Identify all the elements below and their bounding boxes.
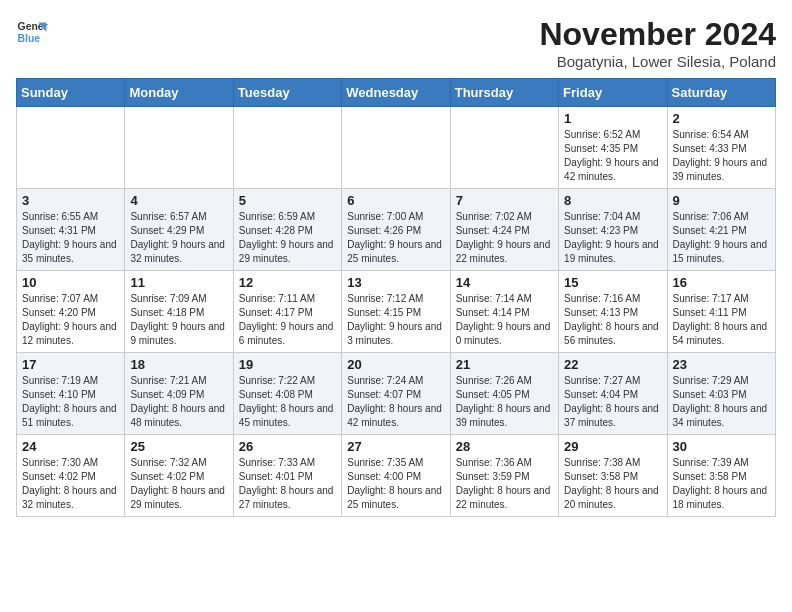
- weekday-header-row: SundayMondayTuesdayWednesdayThursdayFrid…: [17, 79, 776, 107]
- day-info: Sunrise: 7:02 AM Sunset: 4:24 PM Dayligh…: [456, 210, 553, 266]
- calendar-cell: 10Sunrise: 7:07 AM Sunset: 4:20 PM Dayli…: [17, 271, 125, 353]
- logo-icon: General Blue: [16, 16, 48, 48]
- week-row-4: 17Sunrise: 7:19 AM Sunset: 4:10 PM Dayli…: [17, 353, 776, 435]
- calendar-cell: 8Sunrise: 7:04 AM Sunset: 4:23 PM Daylig…: [559, 189, 667, 271]
- calendar-cell: 24Sunrise: 7:30 AM Sunset: 4:02 PM Dayli…: [17, 435, 125, 517]
- calendar-cell: 4Sunrise: 6:57 AM Sunset: 4:29 PM Daylig…: [125, 189, 233, 271]
- weekday-header-thursday: Thursday: [450, 79, 558, 107]
- day-info: Sunrise: 7:33 AM Sunset: 4:01 PM Dayligh…: [239, 456, 336, 512]
- day-info: Sunrise: 7:36 AM Sunset: 3:59 PM Dayligh…: [456, 456, 553, 512]
- day-info: Sunrise: 7:14 AM Sunset: 4:14 PM Dayligh…: [456, 292, 553, 348]
- calendar-cell: [233, 107, 341, 189]
- day-number: 27: [347, 439, 444, 454]
- calendar-cell: 17Sunrise: 7:19 AM Sunset: 4:10 PM Dayli…: [17, 353, 125, 435]
- calendar-cell: 27Sunrise: 7:35 AM Sunset: 4:00 PM Dayli…: [342, 435, 450, 517]
- week-row-1: 1Sunrise: 6:52 AM Sunset: 4:35 PM Daylig…: [17, 107, 776, 189]
- day-number: 26: [239, 439, 336, 454]
- calendar-cell: 7Sunrise: 7:02 AM Sunset: 4:24 PM Daylig…: [450, 189, 558, 271]
- day-info: Sunrise: 7:09 AM Sunset: 4:18 PM Dayligh…: [130, 292, 227, 348]
- day-number: 15: [564, 275, 661, 290]
- calendar-cell: 2Sunrise: 6:54 AM Sunset: 4:33 PM Daylig…: [667, 107, 775, 189]
- calendar-cell: 16Sunrise: 7:17 AM Sunset: 4:11 PM Dayli…: [667, 271, 775, 353]
- day-number: 22: [564, 357, 661, 372]
- day-info: Sunrise: 6:57 AM Sunset: 4:29 PM Dayligh…: [130, 210, 227, 266]
- calendar-cell: 26Sunrise: 7:33 AM Sunset: 4:01 PM Dayli…: [233, 435, 341, 517]
- day-number: 13: [347, 275, 444, 290]
- day-number: 3: [22, 193, 119, 208]
- day-info: Sunrise: 7:32 AM Sunset: 4:02 PM Dayligh…: [130, 456, 227, 512]
- calendar-cell: 14Sunrise: 7:14 AM Sunset: 4:14 PM Dayli…: [450, 271, 558, 353]
- calendar-cell: 15Sunrise: 7:16 AM Sunset: 4:13 PM Dayli…: [559, 271, 667, 353]
- weekday-header-tuesday: Tuesday: [233, 79, 341, 107]
- day-number: 24: [22, 439, 119, 454]
- day-info: Sunrise: 7:35 AM Sunset: 4:00 PM Dayligh…: [347, 456, 444, 512]
- day-number: 20: [347, 357, 444, 372]
- day-info: Sunrise: 7:39 AM Sunset: 3:58 PM Dayligh…: [673, 456, 770, 512]
- day-number: 1: [564, 111, 661, 126]
- calendar-cell: 13Sunrise: 7:12 AM Sunset: 4:15 PM Dayli…: [342, 271, 450, 353]
- day-info: Sunrise: 7:00 AM Sunset: 4:26 PM Dayligh…: [347, 210, 444, 266]
- subtitle: Bogatynia, Lower Silesia, Poland: [539, 53, 776, 70]
- day-number: 9: [673, 193, 770, 208]
- calendar-cell: 5Sunrise: 6:59 AM Sunset: 4:28 PM Daylig…: [233, 189, 341, 271]
- day-number: 25: [130, 439, 227, 454]
- day-number: 23: [673, 357, 770, 372]
- calendar-cell: 28Sunrise: 7:36 AM Sunset: 3:59 PM Dayli…: [450, 435, 558, 517]
- day-info: Sunrise: 7:12 AM Sunset: 4:15 PM Dayligh…: [347, 292, 444, 348]
- calendar-cell: 9Sunrise: 7:06 AM Sunset: 4:21 PM Daylig…: [667, 189, 775, 271]
- day-number: 16: [673, 275, 770, 290]
- calendar-cell: [450, 107, 558, 189]
- day-number: 6: [347, 193, 444, 208]
- month-title: November 2024: [539, 16, 776, 53]
- calendar-cell: 3Sunrise: 6:55 AM Sunset: 4:31 PM Daylig…: [17, 189, 125, 271]
- day-info: Sunrise: 7:21 AM Sunset: 4:09 PM Dayligh…: [130, 374, 227, 430]
- day-info: Sunrise: 7:16 AM Sunset: 4:13 PM Dayligh…: [564, 292, 661, 348]
- day-number: 12: [239, 275, 336, 290]
- day-info: Sunrise: 7:38 AM Sunset: 3:58 PM Dayligh…: [564, 456, 661, 512]
- day-info: Sunrise: 7:17 AM Sunset: 4:11 PM Dayligh…: [673, 292, 770, 348]
- calendar-cell: 19Sunrise: 7:22 AM Sunset: 4:08 PM Dayli…: [233, 353, 341, 435]
- day-number: 4: [130, 193, 227, 208]
- day-info: Sunrise: 7:04 AM Sunset: 4:23 PM Dayligh…: [564, 210, 661, 266]
- day-info: Sunrise: 6:54 AM Sunset: 4:33 PM Dayligh…: [673, 128, 770, 184]
- day-info: Sunrise: 7:06 AM Sunset: 4:21 PM Dayligh…: [673, 210, 770, 266]
- svg-text:Blue: Blue: [18, 33, 41, 44]
- calendar-cell: 29Sunrise: 7:38 AM Sunset: 3:58 PM Dayli…: [559, 435, 667, 517]
- day-number: 28: [456, 439, 553, 454]
- calendar-cell: 22Sunrise: 7:27 AM Sunset: 4:04 PM Dayli…: [559, 353, 667, 435]
- day-number: 10: [22, 275, 119, 290]
- header: General Blue November 2024 Bogatynia, Lo…: [16, 16, 776, 70]
- day-info: Sunrise: 7:27 AM Sunset: 4:04 PM Dayligh…: [564, 374, 661, 430]
- day-info: Sunrise: 7:26 AM Sunset: 4:05 PM Dayligh…: [456, 374, 553, 430]
- weekday-header-monday: Monday: [125, 79, 233, 107]
- weekday-header-saturday: Saturday: [667, 79, 775, 107]
- day-info: Sunrise: 7:24 AM Sunset: 4:07 PM Dayligh…: [347, 374, 444, 430]
- day-number: 11: [130, 275, 227, 290]
- calendar-table: SundayMondayTuesdayWednesdayThursdayFrid…: [16, 78, 776, 517]
- calendar-cell: 18Sunrise: 7:21 AM Sunset: 4:09 PM Dayli…: [125, 353, 233, 435]
- day-number: 21: [456, 357, 553, 372]
- calendar-cell: [125, 107, 233, 189]
- day-info: Sunrise: 6:52 AM Sunset: 4:35 PM Dayligh…: [564, 128, 661, 184]
- day-info: Sunrise: 6:55 AM Sunset: 4:31 PM Dayligh…: [22, 210, 119, 266]
- day-number: 29: [564, 439, 661, 454]
- calendar-cell: [342, 107, 450, 189]
- calendar-cell: 1Sunrise: 6:52 AM Sunset: 4:35 PM Daylig…: [559, 107, 667, 189]
- day-info: Sunrise: 7:19 AM Sunset: 4:10 PM Dayligh…: [22, 374, 119, 430]
- calendar-cell: 25Sunrise: 7:32 AM Sunset: 4:02 PM Dayli…: [125, 435, 233, 517]
- calendar-cell: 11Sunrise: 7:09 AM Sunset: 4:18 PM Dayli…: [125, 271, 233, 353]
- week-row-3: 10Sunrise: 7:07 AM Sunset: 4:20 PM Dayli…: [17, 271, 776, 353]
- weekday-header-friday: Friday: [559, 79, 667, 107]
- day-number: 2: [673, 111, 770, 126]
- calendar-cell: 6Sunrise: 7:00 AM Sunset: 4:26 PM Daylig…: [342, 189, 450, 271]
- day-info: Sunrise: 6:59 AM Sunset: 4:28 PM Dayligh…: [239, 210, 336, 266]
- calendar-cell: 20Sunrise: 7:24 AM Sunset: 4:07 PM Dayli…: [342, 353, 450, 435]
- calendar-cell: 12Sunrise: 7:11 AM Sunset: 4:17 PM Dayli…: [233, 271, 341, 353]
- week-row-5: 24Sunrise: 7:30 AM Sunset: 4:02 PM Dayli…: [17, 435, 776, 517]
- day-info: Sunrise: 7:30 AM Sunset: 4:02 PM Dayligh…: [22, 456, 119, 512]
- day-number: 8: [564, 193, 661, 208]
- day-info: Sunrise: 7:22 AM Sunset: 4:08 PM Dayligh…: [239, 374, 336, 430]
- day-number: 7: [456, 193, 553, 208]
- day-info: Sunrise: 7:07 AM Sunset: 4:20 PM Dayligh…: [22, 292, 119, 348]
- weekday-header-wednesday: Wednesday: [342, 79, 450, 107]
